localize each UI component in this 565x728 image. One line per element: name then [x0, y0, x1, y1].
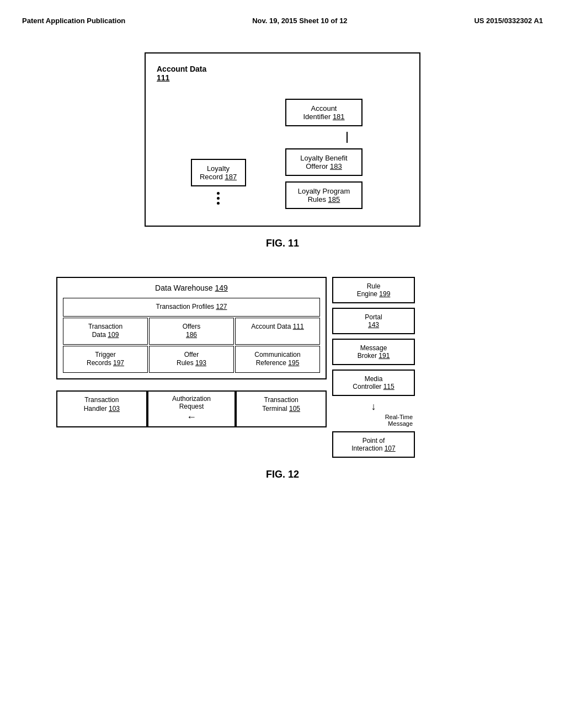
account-identifier-box: Account Identifier 181 [285, 99, 363, 126]
loyalty-record-box: Loyalty Record 187 [191, 159, 246, 186]
dot3 [217, 202, 220, 205]
trigger-records-cell: Trigger Records 197 [63, 346, 148, 373]
account-data-title: Account Data 111 [157, 65, 408, 82]
dots [217, 192, 220, 205]
fig11-inner-layout: Loyalty Record 187 Account Identifier 18… [157, 99, 408, 209]
fig11-left-col: Loyalty Record 187 [157, 99, 280, 209]
fig12-right: Rule Engine 199 Portal 143 Message Broke… [332, 277, 415, 458]
fig11-container: Account Data 111 Loyalty Record 187 A [22, 52, 543, 249]
loyalty-program-rules-box: Loyalty Program Rules 185 [285, 181, 363, 209]
fig11-outer-box: Account Data 111 Loyalty Record 187 A [145, 52, 420, 227]
account-data-cell: Account Data 111 [235, 318, 320, 345]
dw-title: Data Warehouse 149 [63, 283, 320, 292]
portal-box: Portal 143 [332, 308, 415, 334]
fig12-left: Data Warehouse 149 Transaction Profiles … [56, 277, 327, 427]
header-right: US 2015/0332302 A1 [474, 17, 543, 25]
auth-label2: Request [179, 403, 204, 410]
communication-reference-cell: Communication Reference 195 [235, 346, 320, 373]
fig12-container: Data Warehouse 149 Transaction Profiles … [22, 277, 543, 480]
dw-grid: Transaction Profiles 127 Transaction Dat… [63, 298, 320, 373]
offer-rules-cell: Offer Rules 193 [149, 346, 234, 373]
transaction-terminal-box: Transaction Terminal 105 [236, 390, 327, 427]
transaction-data-cell: Transaction Data 109 [63, 318, 148, 345]
real-time-section: ↓ Real-Time Message [332, 400, 415, 427]
arrow-left-icon: ← [186, 411, 196, 423]
media-controller-box: Media Controller 115 [332, 370, 415, 396]
fig12-wrapper: Data Warehouse 149 Transaction Profiles … [56, 277, 509, 458]
patent-header: Patent Application Publication Nov. 19, … [22, 11, 543, 30]
data-warehouse-box: Data Warehouse 149 Transaction Profiles … [56, 277, 327, 379]
arrow-down-icon: ↓ [371, 400, 376, 413]
loyalty-benefit-offeror-box: Loyalty Benefit Offeror 183 [285, 148, 363, 176]
offers-cell: Offers 186 [149, 318, 234, 345]
message-broker-box: Message Broker 191 [332, 339, 415, 365]
real-time-label: Real-Time Message [332, 414, 415, 427]
bottom-row: Transaction Handler 103 Authorization Re… [56, 390, 327, 427]
fig11-label: FIG. 11 [266, 238, 299, 249]
fig11-right-col: Account Identifier 181 Loyalty Benefit O… [285, 99, 408, 209]
dot1 [217, 192, 220, 195]
header-middle: Nov. 19, 2015 Sheet 10 of 12 [252, 17, 347, 25]
transaction-handler-box: Transaction Handler 103 [56, 390, 147, 427]
point-of-interaction-box: Point of Interaction 107 [332, 431, 415, 458]
dot2 [217, 197, 220, 200]
transaction-profiles-cell: Transaction Profiles 127 [63, 298, 320, 317]
connector-line [347, 132, 348, 143]
header-left: Patent Application Publication [22, 17, 125, 25]
auth-label: Authorization [172, 395, 211, 403]
auth-request-arrow: Authorization Request ← [147, 390, 236, 427]
rule-engine-box: Rule Engine 199 [332, 277, 415, 303]
fig12-label: FIG. 12 [266, 469, 299, 480]
